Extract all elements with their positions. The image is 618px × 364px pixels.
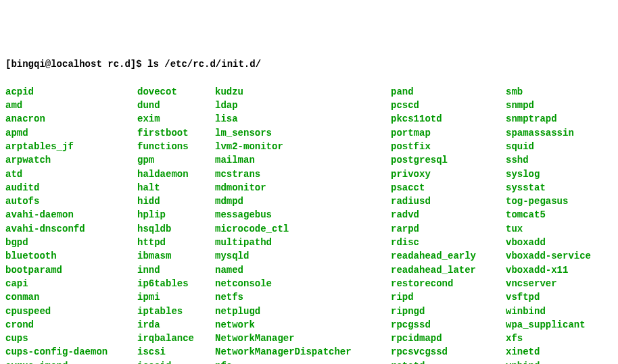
file-entry: wpa_supplicant (506, 318, 591, 332)
file-entry: mdmpd (215, 194, 391, 208)
file-entry: named (215, 263, 391, 277)
file-entry: avahi-dnsconfd (5, 222, 137, 236)
file-entry: kudzu (215, 85, 391, 99)
file-entry: arpwatch (5, 153, 137, 167)
file-entry: irda (137, 318, 215, 332)
file-entry: vboxadd-service (506, 249, 591, 263)
file-entry: vboxadd (506, 236, 591, 249)
file-entry: tux (506, 222, 591, 236)
file-entry: nfs (215, 359, 391, 364)
file-entry: vboxadd-x11 (506, 263, 591, 277)
file-entry: pcscd (391, 99, 506, 112)
file-entry: irqbalance (137, 332, 215, 345)
file-entry: vsftpd (506, 290, 591, 304)
file-entry: netfs (215, 290, 391, 304)
file-entry: privoxy (391, 167, 506, 181)
file-entry: atd (5, 167, 137, 181)
file-entry: crond (5, 318, 137, 332)
file-entry: lvm2-monitor (215, 140, 391, 153)
file-entry: smb (506, 85, 591, 99)
file-entry: squid (506, 140, 591, 153)
file-entry: amd (5, 99, 137, 112)
file-entry: dovecot (137, 85, 215, 99)
column-1: acpidamdanacronapmdarptables_jfarpwatcha… (5, 85, 137, 364)
file-entry: multipathd (215, 236, 391, 249)
file-entry: spamassassin (506, 126, 591, 140)
file-entry: restorecond (391, 277, 506, 290)
file-entry: haldaemon (137, 167, 215, 181)
file-entry: ip6tables (137, 277, 215, 290)
file-entry: ldap (215, 99, 391, 112)
file-entry: ipmi (137, 290, 215, 304)
file-entry: hidd (137, 194, 215, 208)
file-entry: syslog (506, 167, 591, 181)
file-entry: portmap (391, 126, 506, 140)
file-entry: sysstat (506, 181, 591, 194)
file-entry: gpm (137, 153, 215, 167)
file-entry: iscsid (137, 359, 215, 364)
file-entry: hplip (137, 208, 215, 222)
shell-prompt: [bingqi@localhost rc.d]$ ls /etc/rc.d/in… (5, 57, 613, 71)
file-entry: rpcgssd (391, 318, 506, 332)
file-entry: conman (5, 290, 137, 304)
file-entry: rstatd (391, 359, 506, 364)
file-entry: auditd (5, 181, 137, 194)
file-entry: snmpd (506, 99, 591, 112)
file-entry: capi (5, 277, 137, 290)
file-entry: dund (137, 99, 215, 112)
file-entry: mailman (215, 153, 391, 167)
file-entry: cpuspeed (5, 305, 137, 318)
file-entry: exim (137, 112, 215, 126)
file-entry: pand (391, 85, 506, 99)
file-entry: readahead_later (391, 263, 506, 277)
file-entry: postgresql (391, 153, 506, 167)
file-entry: firstboot (137, 126, 215, 140)
file-entry: pkcs11otd (391, 112, 506, 126)
file-entry: ripd (391, 290, 506, 304)
file-entry: arptables_jf (5, 140, 137, 153)
file-entry: functions (137, 140, 215, 153)
file-entry: mysqld (215, 249, 391, 263)
file-entry: tomcat5 (506, 208, 591, 222)
file-entry: anacron (5, 112, 137, 126)
column-3: kudzuldaplisalm_sensorslvm2-monitormailm… (215, 85, 391, 364)
file-entry: xfs (506, 332, 591, 345)
file-entry: vncserver (506, 277, 591, 290)
file-entry: radiusd (391, 194, 506, 208)
file-entry: snmptrapd (506, 112, 591, 126)
file-entry: rdisc (391, 236, 506, 249)
file-entry: winbind (506, 305, 591, 318)
file-entry: NetworkManager (215, 332, 391, 345)
file-entry: NetworkManagerDispatcher (215, 345, 391, 359)
file-entry: netconsole (215, 277, 391, 290)
file-entry: httpd (137, 236, 215, 249)
file-entry: bootparamd (5, 263, 137, 277)
file-entry: rarpd (391, 222, 506, 236)
file-entry: autofs (5, 194, 137, 208)
file-entry: microcode_ctl (215, 222, 391, 236)
file-entry: messagebus (215, 208, 391, 222)
column-2: dovecotdundeximfirstbootfunctionsgpmhald… (137, 85, 215, 364)
file-entry: radvd (391, 208, 506, 222)
file-entry: iscsi (137, 345, 215, 359)
file-entry: lm_sensors (215, 126, 391, 140)
file-entry: psacct (391, 181, 506, 194)
file-entry: apmd (5, 126, 137, 140)
file-entry: cyrus-imapd (5, 359, 137, 364)
file-entry: cups-config-daemon (5, 345, 137, 359)
file-entry: iptables (137, 305, 215, 318)
file-entry: ripngd (391, 305, 506, 318)
column-5: smbsnmpdsnmptrapdspamassassinsquidsshdsy… (506, 85, 591, 364)
file-entry: ypbind (506, 359, 591, 364)
file-entry: postfix (391, 140, 506, 153)
file-entry: hsqldb (137, 222, 215, 236)
file-entry: rpcidmapd (391, 332, 506, 345)
file-entry: netplugd (215, 305, 391, 318)
file-entry: xinetd (506, 345, 591, 359)
file-entry: readahead_early (391, 249, 506, 263)
file-entry: tog-pegasus (506, 194, 591, 208)
ls-output: acpidamdanacronapmdarptables_jfarpwatcha… (5, 85, 613, 364)
file-entry: bgpd (5, 236, 137, 249)
file-entry: cups (5, 332, 137, 345)
file-entry: sshd (506, 153, 591, 167)
